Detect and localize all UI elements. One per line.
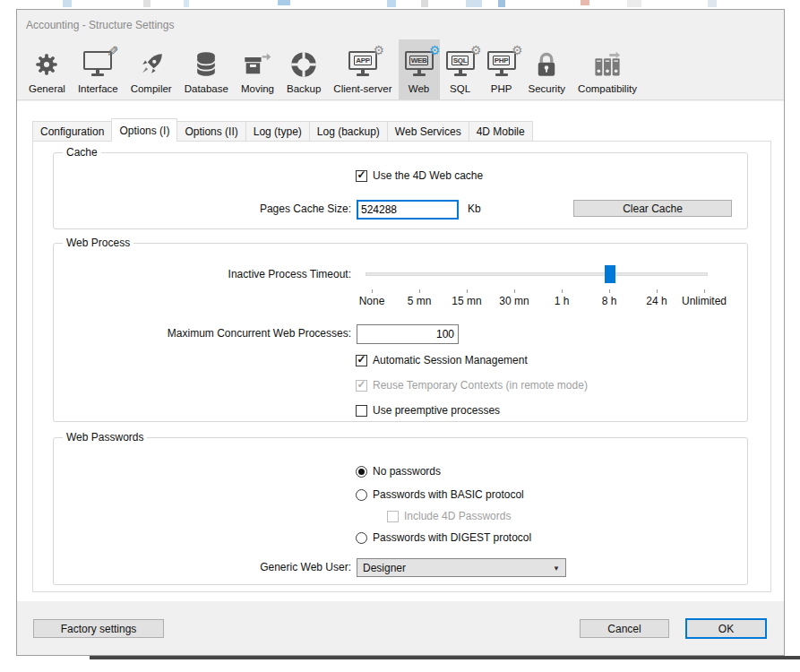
gear-badge-icon: ⚙ <box>470 44 482 56</box>
life-ring-icon <box>290 47 317 82</box>
no-passwords-radio[interactable]: No passwords <box>356 465 441 478</box>
slider-tick-label: Unlimited <box>675 295 733 307</box>
ok-button[interactable]: OK <box>685 618 767 639</box>
database-icon <box>194 47 219 82</box>
check-icon: ✓ <box>357 379 366 390</box>
slider-tick <box>609 289 610 293</box>
radio-dot <box>358 469 365 475</box>
monitor-pencil-icon: ✎ <box>83 47 112 82</box>
slider-tick <box>514 289 515 293</box>
inactive-timeout-slider[interactable]: None 5 mn 15 mn 30 mn 1 h 8 h 24 h Unlim… <box>357 265 736 310</box>
icon-text: SQL <box>452 56 469 66</box>
combo-value: Designer <box>363 562 406 574</box>
chevron-down-icon: ▼ <box>553 564 560 573</box>
reuse-contexts-checkbox: ✓ Reuse Temporary Contexts (in remote mo… <box>356 379 588 392</box>
title-bar[interactable]: Accounting - Structure Settings <box>17 10 784 39</box>
use-web-cache-checkbox[interactable]: ✓ Use the 4D Web cache <box>356 169 483 182</box>
background-fragment <box>421 0 428 7</box>
tab-page-frame: Cache ✓ Use the 4D Web cache Pages Cache… <box>32 141 771 592</box>
automatic-session-checkbox[interactable]: ✓ Automatic Session Management <box>356 354 528 366</box>
cache-group: Cache ✓ Use the 4D Web cache Pages Cache… <box>53 152 748 229</box>
toolbar-item-label: General <box>29 83 65 94</box>
web-passwords-group: Web Passwords No passwords Passwords wit… <box>53 437 748 585</box>
blue-gear-badge-icon: ⚙ <box>429 44 441 56</box>
generic-web-user-select[interactable]: Designer ▼ <box>357 558 566 577</box>
toolbar-item-database[interactable]: Database <box>178 39 235 99</box>
pencil-icon: ✎ <box>107 43 118 60</box>
radio-circle <box>356 466 367 478</box>
pages-cache-size-label: Pages Cache Size: <box>54 202 351 215</box>
background-fragment <box>387 0 396 7</box>
tab-4d-mobile[interactable]: 4D Mobile <box>469 121 533 142</box>
tab-log-type[interactable]: Log (type) <box>245 121 310 142</box>
radio-circle <box>356 489 367 501</box>
generic-web-user-label: Generic Web User: <box>54 561 351 573</box>
checkbox-box: ✓ <box>356 380 367 392</box>
toolbar-item-label: Compatibility <box>578 83 637 94</box>
max-processes-input[interactable] <box>357 324 459 344</box>
settings-toolbar: General ✎ Interface <box>17 39 784 100</box>
toolbar-item-general[interactable]: General <box>22 39 72 99</box>
basic-protocol-radio[interactable]: Passwords with BASIC protocol <box>356 488 524 501</box>
icon-text: PHP <box>493 56 511 66</box>
toolbar-item-label: Moving <box>241 83 274 94</box>
gear-badge-icon: ⚙ <box>373 44 384 56</box>
icon-text: APP <box>354 56 372 66</box>
settings-tab-bar: Configuration Options (I) Options (II) L… <box>32 118 532 142</box>
tab-web-services[interactable]: Web Services <box>387 121 469 142</box>
tab-options-1[interactable]: Options (I) <box>111 118 177 142</box>
toolbar-item-backup[interactable]: Backup <box>280 39 327 99</box>
checkbox-box <box>356 405 367 417</box>
background-fragment <box>143 0 151 7</box>
structure-settings-dialog: Accounting - Structure Settings <box>16 9 785 656</box>
pages-cache-size-input[interactable] <box>357 200 459 220</box>
toolbar-item-security[interactable]: Security <box>522 39 572 99</box>
monitor-gear-icon: PHP ⚙ <box>487 47 516 82</box>
slider-tick <box>704 289 705 293</box>
monitor-gear-icon: APP ⚙ <box>348 47 377 82</box>
dialog-footer: Factory settings Cancel OK <box>17 601 784 655</box>
check-icon: ✓ <box>357 169 366 180</box>
preemptive-processes-checkbox[interactable]: Use preemptive processes <box>356 404 500 417</box>
toolbar-item-label: Security <box>529 83 566 94</box>
icon-text: WEB <box>409 56 429 66</box>
tab-configuration[interactable]: Configuration <box>32 121 112 142</box>
toolbar-item-php[interactable]: PHP ⚙ PHP <box>481 39 522 99</box>
background-fragment <box>63 0 72 7</box>
toolbar-item-moving[interactable]: Moving <box>235 39 280 99</box>
toolbar-item-label: Backup <box>287 83 321 94</box>
inactive-timeout-label: Inactive Process Timeout: <box>54 268 351 280</box>
slider-thumb[interactable] <box>605 265 615 283</box>
gear-icon <box>34 47 59 82</box>
toolbar-item-compatibility[interactable]: Compatibility <box>572 39 643 99</box>
factory-settings-button[interactable]: Factory settings <box>33 619 164 638</box>
background-window-edge <box>90 656 800 659</box>
window-title: Accounting - Structure Settings <box>26 19 174 31</box>
tab-log-backup[interactable]: Log (backup) <box>309 121 388 142</box>
digest-protocol-radio[interactable]: Passwords with DIGEST protocol <box>356 531 531 544</box>
cancel-button[interactable]: Cancel <box>580 619 669 638</box>
toolbar-item-interface[interactable]: ✎ Interface <box>72 39 125 99</box>
slider-tick <box>562 289 563 293</box>
cache-size-unit-label: Kb <box>468 202 503 215</box>
toolbar-item-sql[interactable]: SQL ⚙ SQL <box>440 39 481 99</box>
include-4d-passwords-checkbox: Include 4D Passwords <box>387 510 511 522</box>
group-label: Web Passwords <box>63 431 147 444</box>
rocket-icon <box>138 47 165 82</box>
tab-options-2[interactable]: Options (II) <box>176 121 245 142</box>
background-fragment <box>184 0 189 7</box>
toolbar-item-web[interactable]: WEB ⚙ Web <box>399 39 440 99</box>
web-process-group: Web Process Inactive Process Timeout: No… <box>53 243 748 422</box>
toolbar-item-label: SQL <box>450 83 470 94</box>
checkbox-box: ✓ <box>356 170 367 182</box>
slider-track[interactable] <box>366 272 708 276</box>
clear-cache-button[interactable]: Clear Cache <box>573 200 732 217</box>
toolbar-item-client-server[interactable]: APP ⚙ Client-server <box>327 39 398 99</box>
background-fragment <box>708 0 717 7</box>
toolbar-item-compiler[interactable]: Compiler <box>125 39 178 99</box>
toolbar-item-label: Database <box>185 83 228 94</box>
group-label: Cache <box>63 146 101 159</box>
background-fragment <box>581 0 589 5</box>
lock-icon <box>535 47 558 82</box>
slider-tick <box>372 289 373 293</box>
